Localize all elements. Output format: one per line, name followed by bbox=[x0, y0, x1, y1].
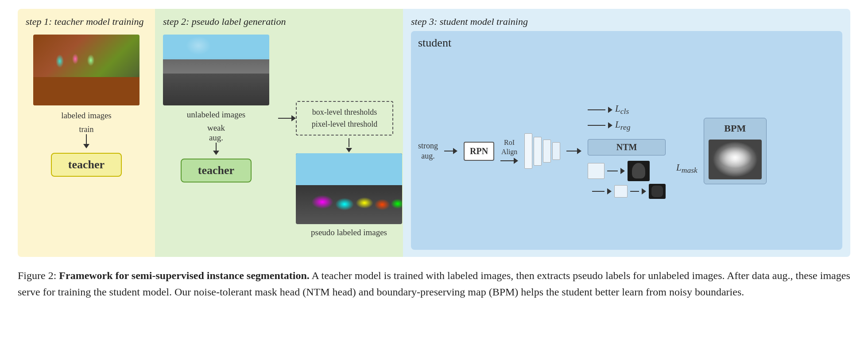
bpm-title: BPM bbox=[724, 123, 746, 134]
caption-bold-text: Framework for semi-supervised instance s… bbox=[59, 270, 309, 281]
labeled-images-caption: labeled images bbox=[61, 111, 111, 120]
threshold-box: box-level thresholds pixel-level thresho… bbox=[296, 101, 393, 136]
step1-content: labeled images train teacher bbox=[33, 35, 140, 177]
bpm-panel: BPM bbox=[704, 118, 767, 184]
threshold-line1: box-level thresholds bbox=[312, 108, 377, 116]
pseudo-caption: pseudo labeled images bbox=[311, 228, 387, 237]
strong-aug-label: strongaug. bbox=[418, 141, 438, 162]
labeled-image bbox=[33, 35, 140, 105]
loss-cls: Lcls bbox=[615, 103, 629, 116]
teacher-box-1: teacher bbox=[51, 153, 122, 177]
step3-panel: step 3: student model training student s… bbox=[403, 9, 850, 257]
step1-label: step 1: teacher model training bbox=[26, 16, 147, 27]
teacher-box-2: teacher bbox=[181, 159, 252, 182]
ntm-box: NTM bbox=[588, 139, 666, 155]
train-arrow: train bbox=[79, 125, 94, 148]
figure-number: Figure 2: bbox=[18, 270, 56, 281]
diagram: step 1: teacher model training labeled i… bbox=[18, 9, 850, 257]
weak-aug-arrow: weakaug. bbox=[207, 123, 225, 155]
roi-align-label: RoIAlign bbox=[501, 138, 517, 157]
weak-aug-label: weakaug. bbox=[207, 123, 225, 143]
threshold-line2: pixel-level threshold bbox=[312, 120, 377, 128]
loss-mask: Lmask bbox=[676, 162, 698, 175]
student-label: student bbox=[418, 36, 835, 50]
step3-label: step 3: student model training bbox=[411, 16, 842, 27]
rpn-box: RPN bbox=[464, 142, 494, 161]
bpm-image bbox=[709, 140, 762, 179]
loss-reg: Lreg bbox=[615, 119, 630, 132]
figure-caption: Figure 2: Framework for semi-supervised … bbox=[18, 268, 850, 300]
unlabeled-images-caption: unlabeled images bbox=[187, 110, 245, 120]
step2-label: step 2: pseudo label generation bbox=[163, 16, 395, 27]
step1-panel: step 1: teacher model training labeled i… bbox=[18, 9, 155, 257]
unlabeled-image bbox=[163, 35, 269, 105]
train-label: train bbox=[79, 125, 94, 134]
step2-panel: step 2: pseudo label generation unlabele… bbox=[155, 9, 403, 257]
pseudo-image bbox=[296, 153, 402, 224]
main-figure: step 1: teacher model training labeled i… bbox=[18, 9, 850, 300]
